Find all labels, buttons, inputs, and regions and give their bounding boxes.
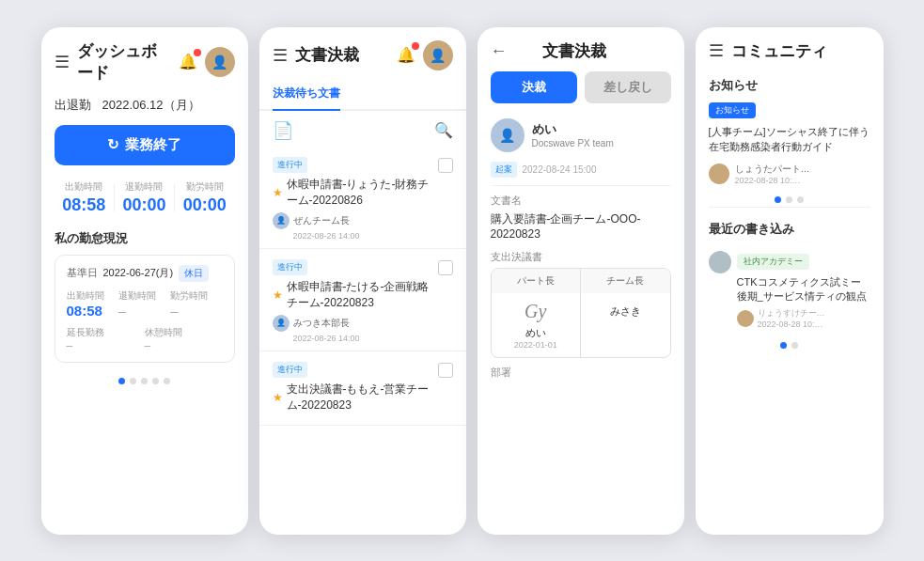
notice-dot-3 [797,196,804,203]
doc-date-2: 2022-08-26 14:00 [273,334,432,343]
end-work-area: ↻ 業務終了 [41,121,248,177]
recent-date-1: 2022-08-28 10:… [758,319,825,329]
recent-dot-1 [780,342,787,349]
page-dots [41,372,248,390]
avatar[interactable]: 👤 [205,47,235,77]
kintai-worktime-dash: – [170,303,222,319]
end-work-button[interactable]: ↻ 業務終了 [55,125,235,165]
bell-icon[interactable]: 🔔 [179,53,197,70]
applicant-row: 👤 めい Docswave PX team [478,113,684,162]
status-badge-3: 進行中 [273,362,307,378]
star-icon-3: ★ [273,391,283,404]
dashboard-title: ダッシュボード [77,40,171,84]
doc-search-bar: 📄 🔍 [259,111,466,147]
checkin-label: 出勤時間 [55,180,114,194]
recent-avatar-1 [709,251,731,273]
doc-item-1[interactable]: 進行中 ★ 休暇申請書-りょうた-財務チーム-20220826 👤 ぜんチーム長… [259,147,466,249]
checkin-time: 出勤時間 08:58 [55,180,114,215]
hamburger-icon[interactable]: ☰ [55,52,70,72]
kintai-checkout-dash: – [118,303,170,319]
doc-item-1-content: 進行中 ★ 休暇申請書-りょうた-財務チーム-20220826 👤 ぜんチーム長… [273,154,432,241]
applicant-name: めい [532,121,671,138]
checkout-label: 退勤時間 [115,180,174,194]
kintai-worktime: 勤労時間 – [170,289,222,319]
status-badge-1: 進行中 [273,157,307,173]
recent-section-label: 最近の書き込み [709,221,870,238]
search-icon[interactable]: 🔍 [434,121,453,139]
pdf-icon: 📄 [273,120,293,141]
screen-doc-list: ☰ 文書決裁 🔔 👤 決裁待ち文書 📄 🔍 進行中 ★ 休暇申請書-りょうた-財… [259,27,466,535]
back-icon[interactable]: ← [491,41,508,61]
approval-tabs: 決裁 差し戻し [478,71,684,113]
table-body: Gy めい 2022-01-01 みさき [492,293,670,357]
attendance-label: 出退勤 [55,97,91,114]
notice-badge: お知らせ [709,102,756,118]
doc-submitter-2: 👤 みつき本部長 [273,315,432,332]
kintai-section-title: 私の勤怠現況 [41,225,248,255]
notice-dot-1 [775,196,781,203]
recent-section: 最近の書き込み [696,215,884,251]
recent-item-1[interactable]: 社内アカデミー CTKコスメティクス試ミー後期_サービス情ティの観点 りょうすけ… [696,251,884,339]
recent-dots [696,338,884,352]
extra-overtime: 延長勤務 – [67,326,145,352]
hamburger-icon-4[interactable]: ☰ [709,40,724,61]
kintai-checkin: 出勤時間 08:58 [67,289,118,319]
attendance-date: 2022.06.12（月） [102,97,200,114]
approver-2-name: みさき [585,304,666,319]
screen-doc-detail: ← 文書決裁 決裁 差し戻し 👤 めい Docswave PX team 起案 … [478,27,684,535]
doc-date-1: 2022-08-26 14:00 [273,231,432,241]
doc-item-2[interactable]: 進行中 ★ 休暇申請書-たける-企画戦略チーム-20220823 👤 みつき本部… [259,249,466,351]
notification-badge-2 [412,42,419,50]
doc-title-3: ★ 支出決議書-ももえ-営業チーム-20220823 [273,382,432,413]
recent-title-1: CTKコスメティクス試ミー後期_サービス情ティの観点 [737,275,870,304]
tab-return[interactable]: 差し戻し [585,71,671,103]
dot-2 [130,378,136,384]
doc-detail-header: ← 文書決裁 [478,27,684,71]
col-header-1: パート長 [492,269,582,293]
recent-author-1: りょうすけチー… [758,307,825,319]
dot-4 [152,378,159,384]
hamburger-icon-2[interactable]: ☰ [273,45,288,66]
kiban-badge: 起案 [491,162,517,178]
doc-item-3-content: 進行中 ★ 支出決議書-ももえ-営業チーム-20220823 [273,359,432,417]
checkout-value: 00:00 [115,195,174,215]
screen-community: ☰ コミュニティ お知らせ お知らせ [人事チーム]ソーシャス終了に伴う在宅勤務… [696,27,884,535]
doc-item-3[interactable]: 進行中 ★ 支出決議書-ももえ-営業チーム-20220823 [259,351,466,426]
kintai-extra: 延長勤務 – 休憩時間 – [67,326,223,352]
dot-1 [118,378,125,384]
dot-5 [164,378,170,384]
notice-date: 2022-08-28 10:… [735,176,810,185]
doc-list-header: ☰ 文書決裁 🔔 👤 [259,27,466,80]
dashboard-header: ☰ ダッシュボード 🔔 👤 [41,27,248,93]
doc-meta: 起案 2022-08-24 15:00 [478,162,684,185]
doc-submitter-1: 👤 ぜんチーム長 [273,212,432,229]
doc-checkbox-2[interactable] [438,260,453,275]
community-header: ☰ コミュニティ [696,27,884,71]
base-date: 2022-06-27(月) [103,266,174,280]
recent-item-1-content: 社内アカデミー CTKコスメティクス試ミー後期_サービス情ティの観点 りょうすけ… [737,251,870,330]
doc-item-2-content: 進行中 ★ 休暇申請書-たける-企画戦略チーム-20220823 👤 みつき本部… [273,257,432,343]
screen-dashboard: ☰ ダッシュボード 🔔 👤 出退勤 2022.06.12（月） ↻ 業務終了 出… [41,27,248,535]
notice-section-label: お知らせ [709,77,870,94]
tab-pending[interactable]: 決裁待ち文書 [273,80,340,111]
avatar-2[interactable]: 👤 [423,40,453,70]
kintai-base-row: 基準日 2022-06-27(月) 休日 [67,265,223,282]
bell-icon-2[interactable]: 🔔 [397,46,415,64]
work-value: 00:00 [175,195,234,215]
refresh-icon: ↻ [107,136,119,153]
approval-table: パート長 チーム長 Gy めい 2022-01-01 みさき [491,268,671,358]
doc-checkbox-3[interactable] [438,363,453,378]
doc-detail-title: 文書決裁 [515,40,634,62]
approver-1-date: 2022-01-01 [495,340,577,350]
submitter-avatar-2: 👤 [273,315,290,332]
doc-tabs: 決裁待ち文書 [259,80,466,111]
doc-title-2: ★ 休暇申請書-たける-企画戦略チーム-20220823 [273,279,432,311]
tab-approve[interactable]: 決裁 [491,71,577,103]
doc-checkbox-1[interactable] [438,158,453,173]
notice-author-row: しょうたパート… 2022-08-28 10:… [709,163,870,185]
dept-label: 部署 [478,366,684,383]
checkout-time: 退勤時間 00:00 [115,180,174,215]
kintai-checkout: 退勤時間 – [118,289,170,319]
star-icon-2: ★ [273,288,283,302]
doc-list-title: 文書決裁 [295,44,389,66]
